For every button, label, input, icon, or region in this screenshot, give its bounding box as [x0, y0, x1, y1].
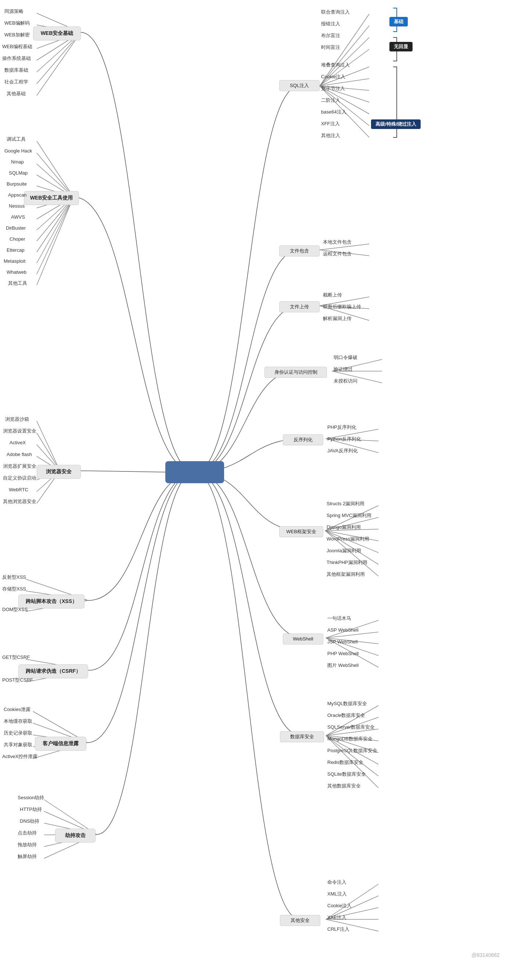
leaf-other-db: 其他数据库安全: [326, 782, 362, 790]
l1-hijack-label: 劫持攻击: [65, 832, 86, 839]
l2-db-sec: 数据库安全: [280, 731, 324, 742]
leaf-whatweb: Whatweb: [5, 268, 28, 276]
svg-line-18: [37, 197, 73, 252]
leaf-cache-get: 本地缓存获取: [2, 717, 34, 725]
leaf-webrtc: WebRTC: [7, 486, 30, 494]
mindmap-container: WEB安全基础 同源策略 WEB编解码 WEB加解密 WEB编程基础 操作系统基…: [0, 0, 529, 980]
leaf-time-blind: 时间盲注: [319, 43, 342, 51]
leaf-crlf: CRLF注入: [326, 925, 351, 933]
watermark: @83140682: [471, 952, 500, 958]
leaf-redis-sec: Redis数据库安全: [326, 759, 365, 767]
leaf-other-basics: 其他基础: [5, 90, 27, 98]
leaf-custom-proto: 自定义协议启动: [2, 474, 38, 482]
leaf-sqlserver-sec: SQLServer数据库安全: [326, 723, 376, 731]
l1-web-tools: WEB安全工具使用: [24, 191, 79, 205]
leaf-dom-xss: DOM型XSS: [1, 606, 29, 614]
leaf-bool-blind: 布尔盲注: [319, 32, 342, 40]
leaf-activex: ActiveX: [8, 439, 27, 447]
svg-line-9: [37, 153, 73, 197]
leaf-sqlite-sec: SQLite数据库安全: [326, 770, 367, 778]
leaf-stack-inject: 堆叠查询注入: [319, 61, 351, 69]
leaf-joomla: Joomla漏洞利用: [325, 547, 362, 555]
leaf-db-basics: 数据库基础: [3, 66, 30, 74]
l1-csrf-label: 跨站请求伪造（CSRF）: [26, 668, 81, 675]
l1-web-basics: WEB安全基础: [33, 27, 81, 40]
leaf-webdecrypt: WEB加解密: [3, 31, 31, 39]
l2-web-framework-label: WEB框架安全: [286, 528, 316, 535]
leaf-cookie-inject2: Cookie注入: [326, 902, 353, 910]
badge-basic: 基础: [389, 17, 408, 27]
l1-web-basics-label: WEB安全基础: [41, 30, 73, 37]
leaf-img-shell: 图片 WebShell: [326, 662, 360, 670]
leaf-mongo-sec: MongoDB数据库安全: [326, 735, 374, 743]
leaf-weak-pass: 弱口令爆破: [332, 353, 359, 361]
leaf-oracle-sec: Oracle数据库安全: [326, 711, 367, 719]
svg-line-20: [37, 197, 73, 274]
leaf-social: 社会工程学: [3, 78, 30, 86]
leaf-other-framework: 其他框架漏洞利用: [325, 570, 366, 578]
l2-deserialize: 反序列化: [283, 434, 323, 445]
leaf-drag-hijack: 拖放劫持: [16, 841, 38, 849]
l1-web-tools-label: WEB安全工具使用: [30, 194, 73, 202]
leaf-adobe-flash: Adobe flash: [5, 450, 33, 458]
leaf-shared-obj: 共享对象获取: [2, 741, 34, 749]
leaf-postgres-sec: PostgreSQL数据库安全: [326, 747, 379, 755]
leaf-store-xss: 存储型XSS: [1, 585, 27, 593]
leaf-nmap: Nmap: [10, 158, 25, 166]
leaf-appscan: Appscan: [6, 191, 28, 199]
leaf-post-csrf: POST型CSRF: [1, 676, 35, 684]
leaf-nessus: Nessus: [7, 202, 26, 210]
l1-xss-label: 跨站脚本攻击（XSS）: [26, 598, 77, 605]
leaf-union-inject: 联合查询注入: [319, 8, 351, 16]
leaf-browser-sandbox: 浏览器沙箱: [4, 415, 30, 423]
leaf-metasploit: Metasploit: [2, 257, 27, 265]
l2-other-sec-label: 其他安全: [291, 917, 310, 924]
badge-basic-label: 基础: [394, 18, 404, 25]
leaf-debug: 调试工具: [5, 135, 27, 143]
svg-line-21: [37, 197, 73, 285]
leaf-other-browser: 其他浏览器安全: [2, 498, 38, 506]
l2-sql-inject-label: SQL注入: [290, 82, 309, 89]
leaf-ettercap: Ettercap: [5, 246, 26, 254]
svg-line-8: [37, 141, 73, 197]
leaf-tongyuan: 同源策略: [3, 7, 25, 16]
leaf-django: Django漏洞利用: [325, 523, 362, 531]
l2-other-sec: 其他安全: [280, 915, 320, 926]
l1-hijack: 劫持攻击: [55, 829, 95, 843]
l1-client-leak: 客户端信息泄露: [35, 737, 86, 751]
leaf-mysql-sec: MySQL数据库安全: [326, 700, 369, 708]
leaf-second-inject: 二阶注入: [319, 96, 342, 104]
leaf-activex-leak: ActiveX控件泄露: [1, 752, 39, 760]
leaf-reflect-xss: 反射型XSS: [1, 573, 27, 581]
leaf-xxe: XXE注入: [326, 913, 348, 921]
l1-client-leak-label: 客户端信息泄露: [43, 740, 79, 748]
leaf-wordpress: WordPress漏洞利用: [325, 535, 371, 543]
leaf-parse-vuln: 解析漏洞上传: [321, 315, 353, 323]
leaf-oneliner: 一句话木马: [326, 614, 353, 622]
leaf-dirbuster: DirBuster: [5, 224, 27, 232]
l2-file-include-label: 文件包含: [290, 248, 309, 254]
leaf-awvs: AWVS: [10, 213, 27, 221]
leaf-xml-inject: XML注入: [326, 890, 348, 898]
l2-deserialize-label: 反序列化: [294, 436, 313, 443]
badge-advanced: 高级/特殊/绕过注入: [371, 119, 421, 129]
leaf-choper: Choper: [8, 235, 27, 243]
leaf-local-include: 本地文件包含: [321, 238, 353, 246]
leaf-auth-bypass: 验证绕过: [332, 365, 354, 373]
l2-db-sec-label: 数据库安全: [290, 733, 314, 740]
leaf-xff-inject: XFF注入: [319, 120, 341, 128]
leaf-struts2: Structs 2漏洞利用: [325, 500, 366, 508]
leaf-unauth: 未授权访问: [332, 377, 359, 385]
l1-browser-sec: 浏览器安全: [37, 465, 81, 479]
leaf-dns-hijack: DNS劫持: [18, 817, 41, 825]
leaf-php-shell: PHP WebShell: [326, 650, 361, 658]
l2-auth: 身份认证与访问控制: [265, 367, 327, 378]
l2-auth-label: 身份认证与访问控制: [275, 369, 318, 375]
l2-file-include: 文件包含: [279, 245, 319, 256]
leaf-burp: Burpsuite: [5, 180, 28, 188]
leaf-webencoding: WEB编解码: [3, 19, 31, 27]
leaf-history-get: 历史记录获取: [2, 729, 34, 737]
leaf-click-hijack: 点击劫持: [16, 829, 38, 837]
l2-file-upload: 文件上传: [279, 301, 319, 312]
leaf-python-deser: Python反序列化: [326, 435, 362, 443]
